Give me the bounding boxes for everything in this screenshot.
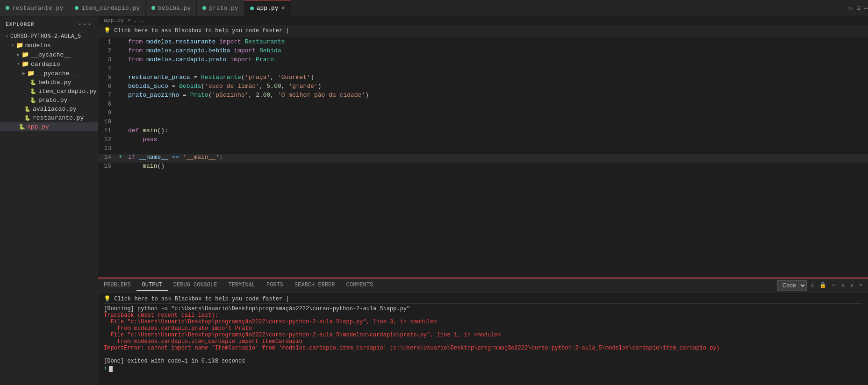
- file-icon-restaurante: 🐍: [24, 115, 31, 121]
- line-num-5: 5: [100, 74, 119, 81]
- code-line-2: 2 from modelos.cardapio.bebiba import Be…: [98, 47, 868, 56]
- sidebar-item-restaurante[interactable]: 🐍 restaurante.py: [0, 114, 98, 122]
- file-icon-prato: 🐍: [30, 97, 36, 103]
- code-line-9: 9: [98, 109, 868, 118]
- tab-dot-item-cardapio: [75, 6, 79, 10]
- breadcrumb-text: app.py > ...: [104, 17, 144, 24]
- sidebar-item-pycache2[interactable]: ▶ 📁 __pycache__: [0, 69, 98, 78]
- line-content-7: prato_paozinho = Prato('pãozinho', 2.00,…: [126, 92, 866, 99]
- output-line-file1: File "c:\Users\Usuario\Desktop\programaç…: [104, 319, 862, 325]
- sidebar-item-prato[interactable]: 🐍 prato.py: [0, 96, 98, 105]
- blackbox-hint-panel[interactable]: 💡 Click here to ask Blackbox to help you…: [104, 294, 862, 304]
- sidebar-item-pycache1[interactable]: ▶ 📁 __pycache__: [0, 50, 98, 59]
- sidebar-label-bebiba: bebiba.py: [38, 79, 71, 86]
- output-line-import2: from modelos.cardapio.item_cardapio impo…: [104, 338, 862, 345]
- panel-close-icon[interactable]: ×: [857, 281, 864, 290]
- blackbox-hint-editor[interactable]: 💡 Click here to ask Blackbox to help you…: [98, 25, 868, 36]
- sidebar: EXPLORER ··· ▾ CURSO-PYTHON-2-AULA_5 ▾ 📁…: [0, 16, 98, 385]
- split-editor-icon[interactable]: ⊟: [856, 4, 860, 12]
- panel-dropdown[interactable]: Code: [777, 280, 807, 291]
- sidebar-label-item-cardapio: item_cardapio.py: [38, 88, 97, 95]
- editor-area: app.py > ... 💡 Click here to ask Blackbo…: [98, 16, 868, 385]
- line-content-5: restaurante_praca = Restaurante('praça',…: [126, 74, 866, 81]
- tab-problems[interactable]: PROBLEMS: [98, 280, 136, 291]
- breadcrumb: app.py > ...: [98, 16, 868, 25]
- sidebar-item-cardapio[interactable]: ▾ 📁 cardapio: [0, 59, 98, 69]
- tab-dot-prato: [202, 6, 206, 10]
- plus-icon[interactable]: +: [104, 365, 107, 372]
- sidebar-label-avaliacao: avaliacao.py: [33, 106, 77, 113]
- line-content-14: if __name__ == '__main__':: [126, 154, 866, 161]
- code-line-14: 14 + if __name__ == '__main__':: [98, 154, 868, 163]
- code-line-1: 1 from modelos.restaurante import Restau…: [98, 38, 868, 47]
- tab-comments[interactable]: COMMENTS: [341, 280, 379, 291]
- panel-chevron-down-icon[interactable]: ∨: [848, 281, 855, 290]
- panel-tab-bar: PROBLEMS OUTPUT DEBUG CONSOLE TERMINAL P…: [98, 278, 868, 292]
- output-line-file2: File "c:\Users\Usuario\Desktop\programaç…: [104, 332, 862, 338]
- tab-item-cardapio[interactable]: item_cardapio.py: [69, 0, 146, 16]
- sidebar-label-restaurante: restaurante.py: [33, 114, 84, 121]
- line-num-3: 3: [100, 56, 119, 63]
- project-root[interactable]: ▾ CURSO-PYTHON-2-AULA_5: [0, 32, 98, 41]
- code-editor[interactable]: 1 from modelos.restaurante import Restau…: [98, 36, 868, 278]
- line-num-4: 4: [100, 65, 119, 72]
- explorer-title: EXPLORER: [6, 21, 35, 27]
- tab-search-error[interactable]: SEARCH ERROR: [289, 280, 340, 291]
- line-num-15: 15: [100, 163, 119, 170]
- output-line-traceback: Traceback (most recent call last):: [104, 312, 862, 319]
- tab-terminal[interactable]: TERMINAL: [222, 280, 261, 291]
- tab-app[interactable]: app.py ×: [244, 0, 291, 16]
- code-line-8: 8: [98, 100, 868, 109]
- output-line-empty: [104, 351, 862, 358]
- line-num-7: 7: [100, 92, 119, 99]
- tab-label-item-cardapio: item_cardapio.py: [81, 5, 140, 12]
- tab-label-app: app.py: [257, 5, 279, 12]
- list-icon[interactable]: ≡: [809, 281, 816, 290]
- file-icon-app: 🐍: [19, 124, 25, 130]
- explorer-header: EXPLORER ···: [0, 16, 98, 32]
- panel-chevron-up-icon[interactable]: ∧: [839, 281, 846, 290]
- folder-icon-pycache1: 📁: [22, 51, 29, 58]
- code-line-5: 5 restaurante_praca = Restaurante('praça…: [98, 74, 868, 83]
- close-icon[interactable]: ×: [281, 5, 285, 12]
- tab-ports[interactable]: PORTS: [261, 280, 289, 291]
- tab-bebiba[interactable]: bebiba.py: [146, 0, 197, 16]
- tab-label-prato: prato.py: [209, 5, 238, 12]
- line-content-12: pass: [126, 136, 866, 143]
- line-num-14: 14: [100, 154, 119, 161]
- code-line-12: 12 pass: [98, 136, 868, 145]
- line-content-15: main(): [126, 163, 866, 170]
- file-icon-avaliacao: 🐍: [24, 106, 31, 112]
- line-num-10: 10: [100, 118, 119, 125]
- chevron-right-icon: ▶: [22, 71, 25, 76]
- code-line-7: 7 prato_paozinho = Prato('pãozinho', 2.0…: [98, 92, 868, 100]
- editor-actions: ▷ ⊟ ⋯: [849, 0, 868, 16]
- line-num-9: 9: [100, 109, 119, 116]
- code-line-15: 15 main(): [98, 163, 868, 171]
- line-content-6: bebida_suco = Bebida('suco de limão', 5.…: [126, 83, 866, 90]
- sidebar-item-item-cardapio[interactable]: 🐍 item_cardapio.py: [0, 87, 98, 96]
- code-line-13: 13: [98, 145, 868, 154]
- folder-icon-cardapio: 📁: [22, 60, 29, 68]
- folder-icon-modelos: 📁: [16, 42, 23, 49]
- line-content-3: from modelos.cardapio.prato import Prato: [126, 56, 866, 63]
- tab-prato[interactable]: prato.py: [197, 0, 244, 16]
- project-label: CURSO-PYTHON-2-AULA_5: [10, 33, 81, 40]
- run-icon[interactable]: ▷: [849, 4, 853, 12]
- tab-debug-console[interactable]: DEBUG CONSOLE: [168, 280, 223, 291]
- line-content-1: from modelos.restaurante import Restaura…: [126, 38, 866, 45]
- more-actions-icon[interactable]: ⋯: [864, 4, 868, 12]
- more-options-icon[interactable]: ⋯: [830, 281, 837, 290]
- line-num-8: 8: [100, 100, 119, 107]
- output-line-done: [Done] exited with code=1 in 0.138 secon…: [104, 358, 862, 364]
- blackbox-hint-text: 💡 Click here to ask Blackbox to help you…: [104, 28, 289, 34]
- sidebar-item-modelos[interactable]: ▾ 📁 modelos: [0, 41, 98, 50]
- lock-icon[interactable]: 🔒: [818, 281, 828, 290]
- tab-restaurante[interactable]: restaurante.py: [0, 0, 69, 16]
- gutter-14: +: [119, 154, 126, 160]
- explorer-dots[interactable]: ···: [78, 20, 93, 29]
- sidebar-item-app[interactable]: 🐍 app.py: [0, 122, 98, 131]
- sidebar-item-avaliacao[interactable]: 🐍 avaliacao.py: [0, 105, 98, 114]
- sidebar-item-bebiba[interactable]: 🐍 bebiba.py: [0, 78, 98, 87]
- tab-output[interactable]: OUTPUT: [136, 280, 168, 291]
